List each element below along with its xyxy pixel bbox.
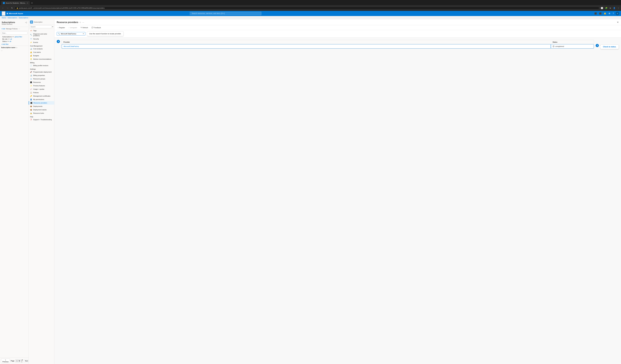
support-icon: ❓ (30, 119, 32, 121)
screenshot-button[interactable]: ⬜ (600, 6, 604, 10)
favorite-star[interactable]: ☆ (79, 21, 81, 23)
resource-panel-header: Resource providers ☆ ··· ✕ (54, 19, 621, 25)
resource-toolbar: ○ Register ○ Unregister ↻ Refresh 💬 Feed… (54, 25, 621, 30)
panel-subtitle: Default Directory (2, 23, 27, 25)
nav-search-input[interactable] (30, 25, 52, 28)
table-row: Microsoft.DataFactory ✕ unregistered (62, 44, 594, 49)
sidebar-item-resource-groups[interactable]: 🗂 Resource groups (29, 77, 54, 80)
filter-section: Subscriptions == global filter My role =… (0, 35, 29, 43)
nav-panel-title: Subscription (34, 21, 43, 23)
events-icon: ⚡ (30, 41, 32, 43)
tab-close-button[interactable]: ✕ (27, 2, 28, 4)
settings-button[interactable]: ⚙ (608, 12, 611, 15)
sidebar-item-cost-alerts[interactable]: 🔔 Cost alerts (29, 50, 54, 54)
more-options-button[interactable]: ··· (18, 28, 20, 30)
active-tab[interactable]: A Azure for Students - Micros... ✕ (1, 1, 30, 5)
main-area: Subscriptions ◁ Default Directory + Add … (0, 19, 621, 364)
notifications-button[interactable]: 🔔 (603, 12, 607, 15)
portal-logo: ⊞ Microsoft Azure (7, 13, 23, 15)
next-page-button[interactable]: Next (24, 359, 29, 362)
register-button[interactable]: ○ Register (57, 26, 66, 29)
sidebar-item-security[interactable]: 🛡 Security (29, 37, 54, 41)
back-button[interactable]: ← (1, 6, 5, 10)
sidebar-item-billing-invoices[interactable]: 📄 Billing profile invoices (29, 64, 54, 67)
refresh-button[interactable]: ↻ (10, 6, 14, 10)
step5-row: 5 (596, 44, 599, 47)
search-clear-button[interactable]: ✕ (83, 33, 84, 35)
page-select[interactable]: 1 (15, 359, 21, 362)
lock-icon: 🔒 (17, 7, 18, 9)
sidebar-item-programmatic[interactable]: 🚀 Programmatic deployment (29, 70, 54, 74)
previous-page-button[interactable]: < Previous (1, 359, 10, 363)
add-filter-button[interactable]: + Add filter (1, 43, 27, 45)
status-column-header: Status (551, 40, 594, 44)
logo-icon: ⊞ (7, 13, 8, 15)
status-cell: ✕ unregistered (551, 44, 594, 48)
help-button[interactable]: ? (612, 12, 614, 15)
address-bar[interactable]: 🔒 portal.azure.com/#...onmicrosoft.com/r… (15, 6, 599, 10)
provider-search-input[interactable] (61, 33, 82, 35)
user-avatar[interactable]: U (616, 12, 619, 15)
sidebar-item-budgets[interactable]: 💰 Budgets (29, 54, 54, 57)
permissions-icon: 👤 (30, 98, 32, 100)
unregister-button[interactable]: ○ Unregister (68, 26, 78, 29)
sidebar-item-policies[interactable]: 📋 Policies (29, 91, 54, 94)
panel-footer: < Previous Page 1 of 1 Next (0, 358, 29, 364)
extension-button[interactable]: 🧩 (604, 6, 608, 10)
shield-icon: 🛡 (30, 38, 32, 40)
add-subscription-button[interactable]: + Add (1, 28, 5, 30)
global-search[interactable] (190, 12, 261, 15)
feedback-button[interactable]: 💬 Feedback (91, 26, 102, 29)
subscriptions-panel: Subscriptions ◁ Default Directory + Add … (0, 19, 29, 364)
breadcrumb: Home › Subscriptions › Subscriptions › (0, 16, 621, 19)
diagnose-icon: 🔧 (30, 34, 32, 36)
sidebar-item-deployment-stacks[interactable]: 📦 Deployment stacks (29, 108, 54, 111)
sidebar-item-tags[interactable]: 🏷 Tags (29, 29, 54, 32)
sidebar-item-deployments[interactable]: 📦 Deployments (29, 105, 54, 108)
sidebar-item-my-permissions[interactable]: 👤 My permissions (29, 98, 54, 101)
new-tab-button[interactable]: + (30, 2, 33, 4)
subscription-list: ··· (0, 49, 29, 358)
help-section-label: Help (29, 115, 54, 118)
provider-search-box[interactable]: 🔍 ✕ (57, 32, 85, 35)
breadcrumb-home[interactable]: Home (2, 17, 6, 19)
sidebar-item-usage-quotas[interactable]: 📈 Usage + quotas (29, 87, 54, 91)
sidebar-item-support[interactable]: ❓ Support + Troubleshooting (29, 118, 54, 121)
sidebar-item-cost-analysis[interactable]: 📊 Cost analysis (29, 47, 54, 50)
hamburger-menu-button[interactable]: ☰ (2, 11, 5, 16)
check-status-text: Check to status. (603, 46, 616, 48)
sidebar-item-billing-properties[interactable]: 📊 Billing properties (29, 74, 54, 77)
close-panel-button[interactable]: ✕ (617, 21, 619, 24)
profile-button[interactable]: 👤 (613, 6, 616, 10)
sidebar-item-advisor[interactable]: 💡 Advisor recommendations (29, 57, 54, 61)
sidebar-item-resources[interactable]: ⬛ Resources (29, 80, 54, 84)
sidebar-item-diagnose[interactable]: 🔧 Diagnose and solve problems (29, 32, 54, 37)
billing-section-label: Billing (29, 61, 54, 64)
provider-cell[interactable]: Microsoft.DataFactory (62, 44, 551, 48)
panel-collapse-button[interactable]: ◁ (25, 21, 27, 23)
forward-button[interactable]: → (6, 6, 9, 10)
panel-search-input[interactable] (1, 32, 27, 34)
more-options[interactable]: ··· (82, 21, 84, 23)
sidebar-item-preview-features[interactable]: ✨ Preview features (29, 84, 54, 87)
breadcrumb-subscriptions-2[interactable]: Subscriptions (19, 17, 28, 19)
provider-column-header: Provider (62, 40, 551, 44)
menu-button[interactable]: ⋮ (617, 6, 620, 10)
bookmark-button[interactable]: ★ (609, 6, 612, 10)
refresh-button[interactable]: ↻ Refresh (80, 26, 89, 29)
sidebar-item-resource-providers[interactable]: ⬛ Resource providers (29, 101, 54, 105)
manage-policies-button[interactable]: Manage Policies (6, 28, 17, 30)
sidebar-item-mgmt-certs[interactable]: 🔑 Management certificates (29, 94, 54, 98)
list-item[interactable]: ··· (0, 49, 29, 52)
cloud-shell-button[interactable]: ⬛ (594, 12, 597, 15)
role-filter: My role == all (1, 38, 27, 40)
cost-alerts-icon: 🔔 (30, 51, 32, 53)
panel-title: Subscriptions (2, 21, 15, 23)
panel-search[interactable] (0, 31, 29, 35)
global-search-input[interactable] (190, 12, 261, 15)
sidebar-item-resource-locks[interactable]: 🔒 Resource locks (29, 111, 54, 115)
breadcrumb-subscriptions-1[interactable]: Subscriptions (8, 17, 17, 19)
nav-search-clear-button[interactable]: ✕ (52, 26, 53, 28)
directory-button[interactable]: ⬛ (599, 12, 602, 15)
sidebar-item-events[interactable]: ⚡ Events (29, 41, 54, 44)
